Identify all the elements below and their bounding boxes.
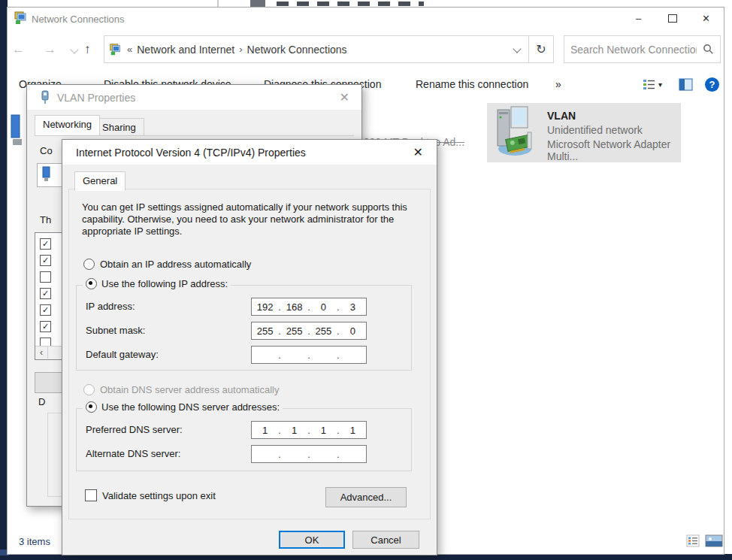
vlan-dialog-titlebar[interactable]: VLAN Properties ✕ xyxy=(27,85,361,110)
connect-using-label-fragment: Co xyxy=(40,145,53,156)
breadcrumb-collapse-icon[interactable]: « xyxy=(123,44,132,55)
tab-sharing[interactable]: Sharing xyxy=(94,118,144,135)
radio-obtain-dns-row: Obtain DNS server address automatically xyxy=(83,384,279,395)
search-box[interactable] xyxy=(564,35,721,63)
address-location-icon xyxy=(109,43,123,56)
details-view-toggle[interactable] xyxy=(686,534,700,550)
ip-octet[interactable]: 0 xyxy=(340,325,366,337)
preview-pane-button[interactable] xyxy=(679,78,693,94)
forward-icon[interactable]: → xyxy=(44,42,56,57)
breadcrumb-network-connections[interactable]: Network Connections xyxy=(243,44,352,56)
radio-use-dns-row[interactable]: Use the following DNS server addresses: xyxy=(83,401,283,413)
rename-connection-button[interactable]: Rename this connection xyxy=(416,78,528,90)
ip-octet[interactable]: 255 xyxy=(310,325,337,337)
help-button[interactable]: ? xyxy=(705,77,719,92)
radio-use-ip[interactable] xyxy=(86,278,97,289)
cancel-button[interactable]: Cancel xyxy=(352,531,419,549)
address-bar[interactable]: « Network and Internet › Network Connect… xyxy=(104,35,530,63)
ip-octet[interactable]: 1 xyxy=(310,425,337,436)
ip-address-input[interactable]: 192. 168. 0. 3 xyxy=(251,298,367,316)
subnet-mask-input[interactable]: 255. 255. 255. 0 xyxy=(251,322,367,340)
vlan-dialog-title: VLAN Properties xyxy=(57,92,135,104)
tab-general[interactable]: General xyxy=(74,171,126,191)
view-dropdown-icon: ▾ xyxy=(658,80,662,89)
titlebar[interactable]: Network Connections – ✕ xyxy=(8,8,724,30)
large-icons-view-toggle-icon xyxy=(705,534,723,547)
ethernet-item-icon-fragment xyxy=(10,114,25,153)
search-icon xyxy=(703,44,714,55)
preferred-dns-input[interactable]: 1. 1. 1. 1 xyxy=(251,421,367,439)
search-input[interactable] xyxy=(564,36,703,62)
ipv4-dialog-titlebar[interactable]: Internet Protocol Version 4 (TCP/IPv4) P… xyxy=(62,140,437,165)
large-icons-view-toggle[interactable] xyxy=(705,534,723,550)
ip-octet[interactable]: 192 xyxy=(252,301,278,313)
desktop-edge-left xyxy=(0,0,8,560)
alternate-dns-input[interactable]: . . . xyxy=(251,445,367,463)
window-title: Network Connections xyxy=(32,14,125,25)
vlan-item-name: VLAN xyxy=(547,110,576,122)
ip-octet[interactable]: 1 xyxy=(281,425,307,436)
radio-obtain-ip[interactable] xyxy=(83,259,95,270)
octet-separator: . xyxy=(307,449,310,460)
minimize-button[interactable]: – xyxy=(622,8,655,29)
radio-use-dns[interactable] xyxy=(86,401,97,413)
details-view-toggle-icon xyxy=(686,534,700,547)
scroll-left-icon[interactable]: ‹ xyxy=(35,347,48,359)
radio-obtain-ip-row[interactable]: Obtain an IP address automatically xyxy=(83,259,251,270)
connection-items-label-fragment: Th xyxy=(40,214,51,226)
items-count: 3 items xyxy=(19,536,50,547)
tab-panel-edge xyxy=(35,135,354,136)
vlan-connection-item[interactable]: VLAN Unidentified network Microsoft Netw… xyxy=(487,103,681,162)
close-icon: ✕ xyxy=(702,13,710,24)
ip-octet[interactable]: 3 xyxy=(340,301,366,313)
item-checkbox[interactable]: ✓ xyxy=(40,288,51,299)
preview-pane-icon xyxy=(679,78,693,91)
ip-octet[interactable]: 1 xyxy=(252,425,278,436)
item-checkbox[interactable]: ✓ xyxy=(40,238,51,250)
up-icon[interactable]: ↑ xyxy=(84,42,91,57)
ok-button[interactable]: OK xyxy=(279,531,345,549)
refresh-button[interactable]: ↻ xyxy=(528,35,554,63)
address-dropdown-chevron-icon[interactable] xyxy=(513,44,521,53)
radio-obtain-dns xyxy=(83,384,95,395)
ipv4-dialog-title: Internet Protocol Version 4 (TCP/IPv4) P… xyxy=(76,147,306,159)
ip-octet[interactable]: 0 xyxy=(310,301,337,313)
recent-locations-chevron-icon[interactable] xyxy=(70,45,78,53)
change-view-button[interactable]: ▾ xyxy=(643,79,662,90)
close-button[interactable]: ✕ xyxy=(689,8,723,29)
minimize-icon: – xyxy=(636,13,641,24)
radio-use-dns-label: Use the following DNS server addresses: xyxy=(101,401,280,413)
radio-use-ip-row[interactable]: Use the following IP address: xyxy=(83,278,231,289)
vlan-adapter-icon xyxy=(495,105,538,162)
breadcrumb-network-and-internet[interactable]: Network and Internet xyxy=(132,44,239,56)
toolbar-overflow-chevron[interactable]: » xyxy=(555,78,561,90)
details-view-icon xyxy=(643,79,655,90)
octet-separator: . xyxy=(307,350,310,361)
ip-octet[interactable]: 168 xyxy=(281,301,307,313)
subnet-mask-label: Subnet mask: xyxy=(86,325,146,336)
ip-octet[interactable]: 255 xyxy=(281,325,307,337)
navigation-bar: ← → ↑ « Network and Internet › Network C… xyxy=(8,30,724,74)
validate-settings-row[interactable]: Validate settings upon exit xyxy=(85,489,216,501)
validate-settings-checkbox[interactable] xyxy=(85,489,97,501)
item-checkbox[interactable] xyxy=(40,271,51,283)
item-checkbox[interactable]: ✓ xyxy=(40,321,51,332)
back-icon[interactable]: ← xyxy=(12,42,25,57)
description-label-fragment: D xyxy=(38,396,45,407)
ipv4-properties-dialog: Internet Protocol Version 4 (TCP/IPv4) P… xyxy=(62,139,437,555)
ipv4-dialog-close-icon[interactable]: ✕ xyxy=(413,145,423,159)
default-gateway-input[interactable]: . . . xyxy=(251,346,367,364)
ip-octet[interactable]: 1 xyxy=(340,425,366,436)
maximize-icon xyxy=(668,14,677,23)
advanced-button[interactable]: Advanced... xyxy=(325,487,407,507)
item-checkbox[interactable]: ✓ xyxy=(40,255,51,266)
default-gateway-label: Default gateway: xyxy=(86,349,159,360)
tab-networking[interactable]: Networking xyxy=(35,115,100,135)
vlan-dialog-close-icon[interactable]: ✕ xyxy=(340,90,349,104)
network-connections-icon xyxy=(14,11,29,29)
help-icon: ? xyxy=(709,79,715,90)
background-window-fragment xyxy=(217,0,219,8)
item-checkbox[interactable]: ✓ xyxy=(40,304,51,316)
maximize-button[interactable] xyxy=(655,8,689,29)
ip-octet[interactable]: 255 xyxy=(252,325,278,337)
